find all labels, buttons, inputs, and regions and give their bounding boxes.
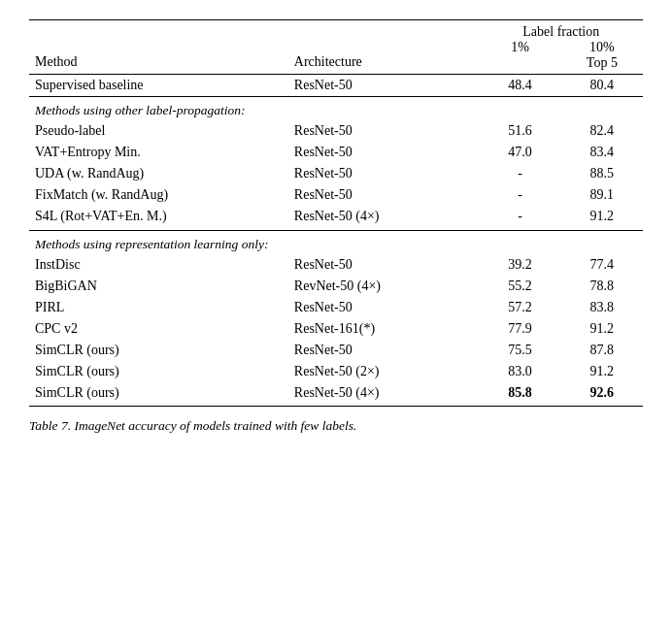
table-row: VAT+Entropy Min. ResNet-50 47.0 83.4 [29, 142, 643, 163]
header-label-fraction: Label fraction [479, 20, 643, 41]
arch-label: ResNet-161(*) [288, 318, 480, 340]
results-table: Method Architecture Label fraction 1% 10… [29, 19, 643, 407]
method-label: S4L (Rot+VAT+En. M.) [29, 206, 288, 231]
arch-label: ResNet-50 (4×) [288, 382, 480, 407]
pct10-value: 82.4 [561, 120, 643, 142]
arch-label: ResNet-50 [288, 120, 480, 142]
table-row-last: SimCLR (ours) ResNet-50 (4×) 85.8 92.6 [29, 382, 643, 407]
method-label: SimCLR (ours) [29, 340, 288, 361]
pct10-value: 88.5 [561, 163, 643, 184]
pct1-value: 39.2 [479, 254, 560, 276]
pct10-value: 78.8 [561, 276, 643, 297]
method-label: FixMatch (w. RandAug) [29, 184, 288, 206]
pct10-value-bold: 92.6 [561, 382, 643, 407]
pct1-value: 51.6 [479, 120, 560, 142]
pct10-value: 91.2 [561, 318, 643, 340]
arch-label: ResNet-50 (4×) [288, 206, 480, 231]
table-row: CPC v2 ResNet-161(*) 77.9 91.2 [29, 318, 643, 340]
pct1-value: - [479, 184, 560, 206]
pct10-value: 77.4 [561, 254, 643, 276]
pct1-value-bold: 85.8 [479, 382, 560, 407]
arch-label: ResNet-50 (2×) [288, 361, 480, 382]
pct1-value: 57.2 [479, 297, 560, 318]
supervised-method: Supervised baseline [29, 75, 288, 97]
arch-label: ResNet-50 [288, 254, 480, 276]
table-row: BigBiGAN RevNet-50 (4×) 55.2 78.8 [29, 276, 643, 297]
pct10-value: 91.2 [561, 361, 643, 382]
header-architecture: Architecture [288, 20, 480, 75]
table-row: SimCLR (ours) ResNet-50 75.5 87.8 [29, 340, 643, 361]
table-row: SimCLR (ours) ResNet-50 (2×) 83.0 91.2 [29, 361, 643, 382]
section1-header-row: Methods using other label-propagation: [29, 97, 643, 121]
pct10-value: 89.1 [561, 184, 643, 206]
method-label: PIRL [29, 297, 288, 318]
table-caption: Table 7. ImageNet accuracy of models tra… [29, 418, 643, 434]
method-label: BigBiGAN [29, 276, 288, 297]
arch-label: ResNet-50 [288, 340, 480, 361]
method-label: InstDisc [29, 254, 288, 276]
pct1-value: 55.2 [479, 276, 560, 297]
table-row: FixMatch (w. RandAug) ResNet-50 - 89.1 [29, 184, 643, 206]
pct10-value: 83.4 [561, 142, 643, 163]
pct1-value: - [479, 206, 560, 231]
section2-header-label: Methods using representation learning on… [29, 231, 643, 255]
method-label: CPC v2 [29, 318, 288, 340]
pct1-value: 77.9 [479, 318, 560, 340]
table-row: UDA (w. RandAug) ResNet-50 - 88.5 [29, 163, 643, 184]
arch-label: ResNet-50 [288, 297, 480, 318]
method-label: VAT+Entropy Min. [29, 142, 288, 163]
arch-label: RevNet-50 (4×) [288, 276, 480, 297]
table-row: S4L (Rot+VAT+En. M.) ResNet-50 (4×) - 91… [29, 206, 643, 231]
method-label: Pseudo-label [29, 120, 288, 142]
table-header-row: Method Architecture Label fraction [29, 20, 643, 41]
header-pct10: 10% Top 5 [561, 40, 643, 75]
supervised-pct1: 48.4 [479, 75, 560, 97]
section2-header-row: Methods using representation learning on… [29, 231, 643, 255]
pct10-value: 83.8 [561, 297, 643, 318]
arch-label: ResNet-50 [288, 184, 480, 206]
table-row: InstDisc ResNet-50 39.2 77.4 [29, 254, 643, 276]
pct10-value: 91.2 [561, 206, 643, 231]
method-label: UDA (w. RandAug) [29, 163, 288, 184]
table-row: PIRL ResNet-50 57.2 83.8 [29, 297, 643, 318]
pct1-value: 47.0 [479, 142, 560, 163]
pct1-value: 83.0 [479, 361, 560, 382]
header-method: Method [29, 20, 288, 75]
supervised-arch: ResNet-50 [288, 75, 480, 97]
method-label: SimCLR (ours) [29, 382, 288, 407]
section1-header-label: Methods using other label-propagation: [29, 97, 643, 121]
pct1-value: 75.5 [479, 340, 560, 361]
method-label: SimCLR (ours) [29, 361, 288, 382]
pct1-value: - [479, 163, 560, 184]
arch-label: ResNet-50 [288, 163, 480, 184]
supervised-pct10: 80.4 [561, 75, 643, 97]
table-row: Pseudo-label ResNet-50 51.6 82.4 [29, 120, 643, 142]
pct10-value: 87.8 [561, 340, 643, 361]
header-pct1: 1% [479, 40, 560, 75]
supervised-baseline-row: Supervised baseline ResNet-50 48.4 80.4 [29, 75, 643, 97]
table-container: Method Architecture Label fraction 1% 10… [29, 19, 643, 434]
arch-label: ResNet-50 [288, 142, 480, 163]
